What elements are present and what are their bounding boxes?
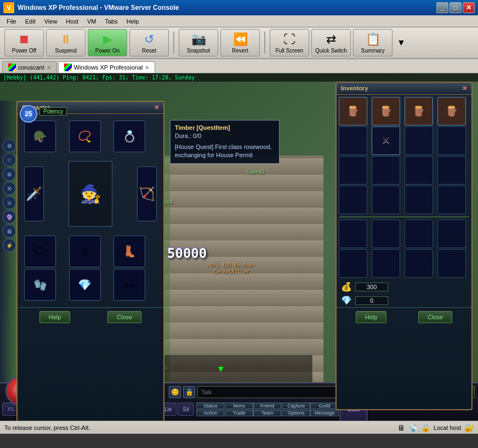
trade-btn[interactable]: Trade [225, 410, 253, 416]
inv-slot-20[interactable] [437, 220, 466, 248]
tab-coruscant[interactable]: coruscant ✕ [2, 61, 57, 73]
equip-weapon-off[interactable]: 🏹 [137, 166, 157, 221]
equip-slot-gauntlet[interactable]: 🧤 [24, 269, 56, 301]
side-btn-8[interactable]: ⚡ [3, 239, 16, 252]
potency-bar: Potency [39, 107, 67, 116]
status-btn[interactable]: Status [196, 403, 225, 409]
equip-slot-boots[interactable]: 👢 [113, 236, 145, 267]
message-btn[interactable]: Message [310, 410, 339, 416]
action-icon-lock[interactable]: 🔒 [183, 386, 195, 398]
side-btn-6[interactable]: 🔮 [3, 210, 16, 223]
friend-btn[interactable]: Friend [253, 403, 282, 409]
inventory-close-button[interactable]: Close [107, 311, 141, 323]
green-arrow-indicator: ▼ [217, 364, 225, 374]
guild-btn[interactable]: Guild [310, 403, 339, 409]
menu-vm[interactable]: VM [83, 17, 101, 26]
summary-button[interactable]: 📋 Summary [353, 29, 392, 56]
equip-slot-belt[interactable]: ⚔ [69, 236, 101, 267]
inv-slot-6[interactable]: ⚔ [372, 127, 400, 155]
toolbar-more[interactable]: ▼ [395, 36, 408, 50]
inv-slot-21[interactable] [339, 249, 367, 278]
menu-tabs[interactable]: Tabs [100, 17, 122, 26]
inv-slot-22[interactable] [372, 249, 400, 278]
inv-slot-15[interactable] [405, 186, 433, 214]
power-off-button[interactable]: ⏹ Power Off [4, 29, 44, 56]
inventory-help-button[interactable]: Help [39, 311, 71, 323]
fullscreen-button[interactable]: ⛶ Full Screen [270, 29, 309, 56]
inv-slot-9[interactable] [339, 156, 367, 185]
inv-slot-5[interactable] [339, 127, 367, 155]
equip-slot-necklace[interactable]: 📿 [69, 120, 101, 152]
inv-slot-7[interactable] [405, 127, 433, 155]
action-btn[interactable]: Action [196, 410, 225, 416]
inv-slot-11[interactable] [405, 156, 433, 185]
inv-slot-17[interactable] [339, 220, 367, 248]
tab-winxp-close[interactable]: ✕ [145, 65, 149, 71]
inv-slot-12[interactable] [437, 156, 466, 185]
inventory-panel[interactable]: Character ✕ 🪖 📿 💍 🗡️ 🧙 🏹 🛡 [16, 101, 164, 421]
side-btn-5[interactable]: ⚔ [3, 196, 16, 209]
options-btn[interactable]: Options [282, 410, 310, 416]
inv-slot-3[interactable]: 🪵 [405, 97, 433, 125]
capture-btn[interactable]: Capture [282, 403, 310, 409]
right-panel-help-button[interactable]: Help [356, 311, 387, 323]
inv-slot-14[interactable] [372, 186, 400, 214]
tab-coruscant-close[interactable]: ✕ [47, 65, 51, 71]
vm-area[interactable]: [Hebby] (441,442) Ping: 0421; Fps: 31; T… [0, 73, 478, 421]
maximize-button[interactable]: □ [449, 2, 462, 13]
close-button[interactable]: ✕ [463, 2, 475, 13]
menu-view[interactable]: View [40, 17, 62, 26]
window-title: Windows XP Professional - VMware Server … [18, 4, 179, 12]
suspend-label: Suspend [55, 48, 76, 54]
side-btn-2[interactable]: ↑ [3, 153, 16, 166]
inv-slot-24[interactable] [437, 249, 466, 278]
item-tooltip: Timber [QuestItem] Dura.: 0/0 [House Que… [170, 120, 280, 164]
inventory-close[interactable]: ✕ [154, 104, 159, 111]
equip-slot-extra[interactable]: 🗝 [113, 269, 145, 301]
menu-edit[interactable]: Edit [21, 17, 40, 26]
minimize-button[interactable]: _ [436, 2, 448, 13]
right-panel-close[interactable]: ✕ [462, 85, 467, 92]
power-on-button[interactable]: ▶ Power On [88, 29, 127, 56]
inv-slot-13[interactable] [339, 186, 367, 214]
quickswitch-button[interactable]: ⇄ Quick Switch [311, 29, 351, 56]
suspend-button[interactable]: ⏸ Suspend [46, 29, 86, 56]
damage-number: 50000 [167, 246, 207, 261]
game-status: [Hebby] (441,442) Ping: 0421; Fps: 31; T… [0, 73, 478, 82]
equip-slot-helmet[interactable]: 🪖 [24, 120, 56, 152]
inv-slot-10[interactable] [372, 156, 400, 185]
statusbar-host: Local host [434, 424, 461, 431]
inv-slot-1[interactable]: 🪵 [339, 97, 367, 125]
inv-slot-8[interactable] [437, 127, 466, 155]
game-screen[interactable]: [Hebby] (441,442) Ping: 0421; Fps: 31; T… [0, 73, 478, 421]
right-inventory-panel[interactable]: Inventory ✕ 🪵 🪵 🪵 🪵 ⚔ [335, 82, 473, 410]
side-btn-7[interactable]: ⊠ [3, 225, 16, 238]
social-sit[interactable]: Sit [178, 403, 194, 416]
inv-slot-23[interactable] [405, 249, 433, 278]
revert-button[interactable]: ⏪ Revert [220, 29, 260, 56]
menu-help[interactable]: Help [122, 17, 144, 26]
menu-host[interactable]: Host [61, 17, 83, 26]
menu-file[interactable]: File [2, 17, 21, 26]
inv-slot-16[interactable] [437, 186, 466, 214]
action-icon-smiley[interactable]: 😊 [169, 386, 181, 398]
inv-slot-4[interactable]: 🪵 [437, 97, 466, 125]
team-btn[interactable]: Team [253, 410, 282, 416]
inv-slot-19[interactable] [405, 220, 433, 248]
side-btn-4[interactable]: ✕ [3, 182, 16, 195]
right-panel-title: Inventory [341, 85, 368, 92]
items-btn[interactable]: Items [225, 403, 253, 409]
inv-slot-18[interactable] [372, 220, 400, 248]
equip-slot-armor[interactable]: 🛡 [24, 236, 56, 267]
reset-button[interactable]: ↺ Reset [129, 29, 169, 56]
tab-winxp[interactable]: Windows XP Professional ✕ [58, 61, 156, 73]
equip-slot-ring[interactable]: 💍 [113, 120, 145, 152]
inv-slot-2[interactable]: 🪵 [372, 97, 400, 125]
side-btn-1[interactable]: ⚙ [3, 139, 16, 152]
equip-slot-earring[interactable]: 💎 [69, 269, 101, 301]
right-panel-close-button[interactable]: Close [418, 311, 452, 323]
side-btn-3[interactable]: ⊕ [3, 168, 16, 181]
tab-coruscant-icon [8, 64, 16, 71]
snapshot-button[interactable]: 📷 Snapshot [179, 29, 218, 56]
equip-weapon-main[interactable]: 🗡️ [24, 166, 44, 221]
